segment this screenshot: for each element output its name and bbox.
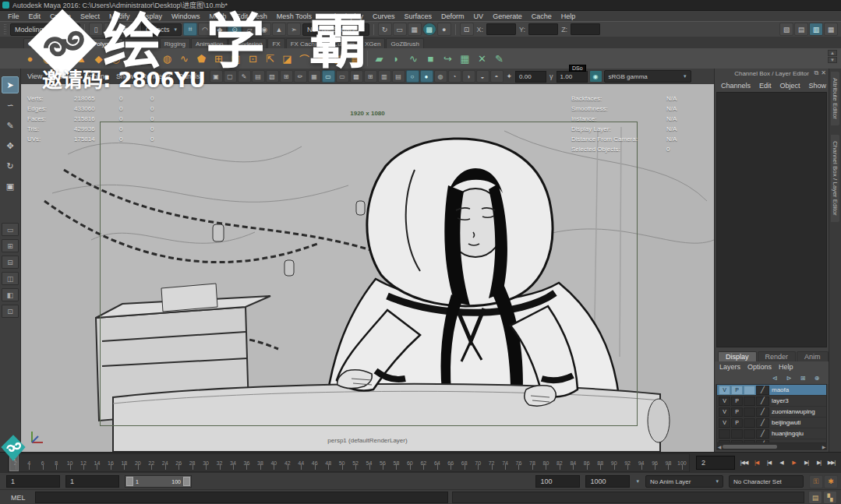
timeline-tick[interactable]: 100 xyxy=(675,454,688,471)
layer-playback-toggle[interactable] xyxy=(731,429,743,439)
scale-tool[interactable]: ▣ xyxy=(2,178,19,195)
scroll-right-icon[interactable]: ▶ xyxy=(821,444,827,449)
field-chart-icon[interactable]: ⊞ xyxy=(364,70,377,83)
layout-single-pane[interactable]: ▭ xyxy=(2,223,19,236)
channel-box-toggle-icon[interactable]: ▦ xyxy=(824,23,838,36)
go-to-start-button[interactable]: |◀◀ xyxy=(738,456,750,469)
step-forward-key-button[interactable]: ▶| xyxy=(800,456,812,469)
menu-item[interactable]: Windows xyxy=(167,12,205,20)
layer-color-swatch[interactable] xyxy=(756,418,769,428)
animation-end-field[interactable]: 1000 xyxy=(585,475,630,488)
timeline-tick[interactable]: 76 xyxy=(512,454,525,471)
timeline-tick[interactable]: 48 xyxy=(321,454,334,471)
insert-edge-loop-icon[interactable]: ◫ xyxy=(330,51,347,67)
timeline-tick[interactable]: 94 xyxy=(634,454,648,471)
timeline-tick[interactable]: 80 xyxy=(539,454,553,471)
shadows-icon[interactable]: ◑ xyxy=(462,70,475,83)
scroll-left-icon[interactable]: ◀ xyxy=(716,444,723,449)
green-cross-tools-icon[interactable]: ✕ xyxy=(474,51,490,67)
snap-to-curves-icon[interactable]: ◠ xyxy=(198,23,212,36)
timeline-tick[interactable]: 40 xyxy=(267,454,281,471)
attribute-editor-toggle-icon[interactable]: ▤ xyxy=(794,23,808,36)
snap-to-projected-center-icon[interactable]: ⊙ xyxy=(228,23,242,36)
layer-row[interactable]: V P zuomianwuping xyxy=(717,407,826,418)
timeline-tick[interactable]: 62 xyxy=(417,454,430,471)
layer-row[interactable]: V P maofa xyxy=(717,385,826,396)
exposure-field[interactable]: 0.00 xyxy=(515,71,546,83)
menu-item[interactable]: Display xyxy=(135,12,168,20)
poly-helix-icon[interactable]: ∿ xyxy=(176,51,193,67)
anim-layer-dropdown[interactable]: No Anim Layer xyxy=(645,475,723,488)
menu-item[interactable]: Mesh Tools xyxy=(272,12,316,20)
select-layer-objects-icon[interactable]: ⊲ xyxy=(769,374,780,382)
2d-pan-zoom-icon[interactable]: ⊞ xyxy=(280,70,293,83)
timeline-tick[interactable]: 8 xyxy=(49,454,62,471)
smooth-shade-icon[interactable]: ● xyxy=(420,70,433,83)
tool-settings-toggle-icon[interactable]: ▥ xyxy=(809,23,823,36)
smooth-mesh-icon[interactable]: ⊡ xyxy=(245,51,261,67)
green-plane-icon[interactable]: ▰ xyxy=(371,51,387,67)
motion-blur-icon[interactable]: ◓ xyxy=(490,70,504,83)
grease-pencil-icon[interactable]: ✏ xyxy=(294,70,307,83)
menu-item[interactable]: Help xyxy=(557,12,581,20)
bevel-icon[interactable]: ◪ xyxy=(279,51,295,67)
poly-cylinder-icon[interactable]: ▮ xyxy=(142,51,158,67)
step-forward-frame-button[interactable]: ▶| xyxy=(813,456,825,469)
save-scene-icon[interactable]: ▼ xyxy=(118,23,133,36)
timeline-tick[interactable]: 20 xyxy=(131,454,144,471)
new-scene-icon[interactable]: ▯ xyxy=(89,23,103,36)
menu-item[interactable]: Generate xyxy=(488,12,527,20)
gamma-icon[interactable]: γ xyxy=(549,72,553,80)
poly-sphere-icon[interactable]: ● xyxy=(22,51,38,67)
timeline-tick[interactable]: 16 xyxy=(104,454,117,471)
shelf-tab[interactable]: XGen xyxy=(360,38,385,48)
layout-hypershade-persp[interactable]: ⊡ xyxy=(2,305,19,318)
timeline-tick[interactable]: 96 xyxy=(648,454,661,471)
layer-color-swatch[interactable] xyxy=(756,407,769,417)
timeline-tick[interactable]: 90 xyxy=(607,454,620,471)
timeline-tick[interactable]: 98 xyxy=(662,454,675,471)
channel-box-menu-item[interactable]: Channels xyxy=(721,82,751,90)
poly-soccer-ball-icon[interactable]: ⬟ xyxy=(193,51,210,67)
scroll-up-icon[interactable]: ▲ xyxy=(828,50,837,56)
shelf-tab[interactable]: Rendering xyxy=(228,38,267,48)
timeline-tick[interactable]: 4 xyxy=(22,454,35,471)
timeline-tick[interactable]: 78 xyxy=(525,454,539,471)
x-input[interactable] xyxy=(486,23,516,35)
menu-item[interactable]: Create xyxy=(45,12,76,20)
timeline-tick[interactable]: 24 xyxy=(158,454,171,471)
shelf-tab[interactable]: Curves xyxy=(23,38,52,48)
film-gate-icon[interactable]: ▭ xyxy=(322,70,335,83)
timeline-tick[interactable]: 54 xyxy=(362,454,376,471)
command-language-toggle[interactable]: MEL xyxy=(11,494,31,502)
grid-icon[interactable]: ▦ xyxy=(308,70,321,83)
extrude-icon[interactable]: ⇱ xyxy=(262,51,278,67)
layer-visibility-toggle[interactable]: V xyxy=(719,397,730,406)
menu-item[interactable]: File xyxy=(3,12,24,20)
wireframe-icon[interactable]: ○ xyxy=(406,70,419,83)
viewport-menu-item[interactable]: Lighting xyxy=(80,72,111,80)
combine-icon[interactable]: ⊞ xyxy=(210,51,227,67)
script-editor-icon[interactable]: ▤ xyxy=(808,491,822,504)
timeline-tick[interactable]: 28 xyxy=(186,454,199,471)
timeline-tick[interactable]: 52 xyxy=(348,454,362,471)
coordinate-entry-icon[interactable]: ⊡ xyxy=(460,23,474,36)
snap-to-points-icon[interactable]: ◆ xyxy=(213,23,227,36)
timeline-tick[interactable]: 32 xyxy=(213,454,226,471)
menu-item[interactable]: UV xyxy=(469,12,489,20)
dso-edit-icon[interactable]: ✎ xyxy=(491,51,507,67)
layer-visibility-toggle[interactable]: V xyxy=(719,418,730,428)
poly-pyramid-icon[interactable]: ▴ xyxy=(125,51,141,67)
timeline-tick[interactable]: 36 xyxy=(240,454,253,471)
menu-item[interactable]: Curves xyxy=(368,12,400,20)
layer-editor-tab[interactable]: Render xyxy=(758,351,797,361)
timeline-tick[interactable]: 56 xyxy=(376,454,389,471)
timeline-tick[interactable]: 74 xyxy=(498,454,511,471)
safe-title-icon[interactable]: ▤ xyxy=(392,70,405,83)
timeline-tick[interactable]: 82 xyxy=(553,454,566,471)
viewport-canvas[interactable]: 1920 x 1080 Verts: 218065 0 0 Edges: 433… xyxy=(21,84,714,452)
rotate-tool[interactable]: ↻ xyxy=(2,157,19,174)
create-empty-layer-icon[interactable]: ⊕ xyxy=(811,374,822,382)
open-render-view-icon[interactable]: ▭ xyxy=(393,23,407,36)
modeling-toolkit-toggle-icon[interactable]: ▧ xyxy=(779,23,793,36)
